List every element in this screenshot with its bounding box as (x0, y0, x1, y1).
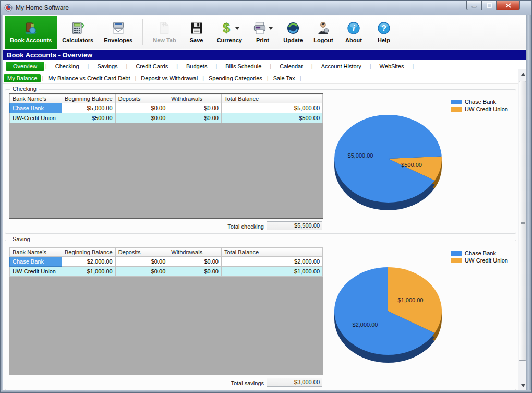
column-header[interactable]: Total Balance (221, 94, 322, 103)
table-row: UW-Credit Union$500.00$0.00$0.00$500.00 (10, 113, 323, 123)
subtab-sale-tax[interactable]: Sale Tax (270, 74, 299, 82)
title-bar[interactable]: My Home Software (1, 1, 532, 15)
column-header[interactable]: Withdrawals (168, 248, 222, 257)
about-button[interactable]: iAbout (338, 16, 369, 49)
column-header[interactable]: Bank Name's (10, 248, 62, 257)
column-header[interactable]: Total Balance (221, 248, 322, 257)
table-cell[interactable]: $0.00 (115, 113, 168, 123)
calculators-icon (70, 21, 85, 35)
currency-button[interactable]: $Currency (212, 16, 247, 49)
table-cell[interactable]: $0.00 (168, 267, 222, 277)
total-checking-value[interactable]: $5,500.00 (267, 221, 322, 230)
section-header: Book Accounts - Overview (3, 50, 530, 60)
tab-bills-schedule[interactable]: Bills Schedule (218, 62, 269, 71)
legend-item: UW-Credit Union (451, 106, 508, 112)
table-cell[interactable]: $1,000.00 (221, 267, 322, 277)
tab-budgets[interactable]: Budgets (179, 62, 214, 71)
legend-label: Chase Bank (465, 99, 496, 105)
currency-icon: $ (219, 21, 234, 35)
table-cell[interactable]: $5,000.00 (62, 103, 115, 113)
column-header[interactable]: Withdrawals (168, 94, 222, 103)
tab-separator: | (44, 63, 48, 69)
column-header[interactable]: Deposits (115, 94, 168, 103)
table-cell[interactable]: Chase Bank (10, 103, 62, 113)
app-window: My Home Software Book Accounts Calculato… (0, 0, 532, 393)
dropdown-arrow-icon[interactable] (269, 27, 273, 30)
tab-separator: | (125, 63, 129, 69)
table-cell[interactable]: $2,000.00 (221, 257, 322, 267)
table-cell[interactable]: Chase Bank (10, 257, 62, 267)
saving-table: Bank Name'sBeginning BalanceDepositsWith… (9, 247, 323, 375)
close-button[interactable] (497, 1, 520, 10)
tab-account-history[interactable]: Account History (314, 62, 369, 71)
save-button[interactable]: Save (182, 16, 212, 49)
checking-table: Bank Name'sBeginning BalanceDepositsWith… (9, 93, 323, 219)
legend-swatch-icon (451, 107, 462, 112)
tab-separator: | (175, 63, 179, 69)
saving-group-label: Saving (10, 236, 32, 242)
tab-checking[interactable]: Checking (48, 62, 87, 71)
print-button[interactable]: Print (247, 16, 278, 49)
total-checking-label: Total checking (188, 223, 264, 230)
toolbar-button-label: Book Accounts (10, 37, 52, 43)
column-header[interactable]: Beginning Balance (62, 94, 115, 103)
new-tab-button: New Tab (148, 16, 181, 49)
dropdown-arrow-icon[interactable] (235, 27, 239, 30)
scroll-up-button[interactable] (519, 70, 526, 78)
accounts-table: Bank Name'sBeginning BalanceDepositsWith… (9, 247, 323, 277)
logout-button[interactable]: Logout (308, 16, 338, 49)
tab-credit-cards[interactable]: Credit Cards (128, 62, 175, 71)
update-button[interactable]: Update (278, 16, 308, 49)
help-button[interactable]: ?Help (369, 16, 399, 49)
calculators-button[interactable]: Calculators (57, 16, 99, 49)
scrollbar-thumb[interactable] (519, 81, 526, 361)
accounts-table: Bank Name'sBeginning BalanceDepositsWith… (9, 94, 323, 123)
tab-savings[interactable]: Savings (90, 62, 125, 71)
total-savings-value[interactable]: $3,000.00 (267, 378, 322, 387)
tab-calendar[interactable]: Calendar (272, 62, 310, 71)
table-cell[interactable]: $500.00 (221, 113, 322, 123)
table-cell[interactable]: $5,000.00 (221, 103, 322, 113)
maximize-button[interactable] (481, 1, 497, 10)
scroll-up-icon (521, 73, 525, 76)
table-cell[interactable]: $0.00 (168, 257, 222, 267)
table-cell[interactable]: UW-Credit Union (10, 267, 62, 277)
column-header[interactable]: Bank Name's (10, 94, 62, 103)
table-cell[interactable]: $0.00 (115, 267, 168, 277)
legend-label: UW-Credit Union (465, 106, 508, 112)
table-cell[interactable]: $0.00 (168, 103, 222, 113)
pie-slice-label: $5,000.00 (348, 152, 373, 159)
table-row: UW-Credit Union$1,000.00$0.00$0.00$1,000… (10, 267, 323, 277)
table-cell[interactable]: $500.00 (62, 113, 115, 123)
column-header[interactable]: Deposits (115, 248, 168, 257)
scroll-down-button[interactable] (519, 382, 526, 389)
envelopes-button[interactable]: Envelopes (99, 16, 138, 49)
book-accounts-button[interactable]: Book Accounts (5, 16, 57, 49)
table-cell[interactable]: $0.00 (115, 257, 168, 267)
main-tab-bar: Overview|Checking|Savings|Credit Cards|B… (3, 60, 530, 73)
legend-swatch-icon (451, 251, 462, 256)
subtab-deposit-vs-withdrawal[interactable]: Deposit vs Withdrawal (137, 74, 201, 82)
pie-chart-svg (328, 242, 517, 388)
tab-overview[interactable]: Overview (6, 62, 44, 71)
table-cell[interactable]: UW-Credit Union (10, 113, 62, 123)
minimize-button[interactable] (466, 1, 481, 10)
column-header[interactable]: Beginning Balance (62, 248, 115, 257)
legend-label: UW-Credit Union (465, 257, 508, 264)
tab-websites[interactable]: WebSites (372, 62, 412, 71)
subtab-my-balance[interactable]: My Balance (4, 74, 41, 82)
subtab-my-balance-vs-credit-card-debt[interactable]: My Balance vs Credit Card Debt (44, 74, 134, 82)
window-controls (466, 1, 520, 10)
window-frame-right (526, 15, 531, 393)
table-cell[interactable]: $0.00 (115, 103, 168, 113)
subtab-spending-categories[interactable]: Spending Categories (205, 74, 266, 82)
table-cell[interactable]: $2,000.00 (62, 257, 115, 267)
scroll-down-icon (521, 384, 525, 387)
pie-slice-label: $1,000.00 (398, 297, 424, 303)
table-cell[interactable]: $1,000.00 (62, 267, 115, 277)
vertical-scrollbar[interactable] (518, 69, 527, 391)
svg-text:$: $ (223, 21, 230, 35)
new-tab-icon (157, 21, 172, 35)
table-cell[interactable]: $0.00 (168, 113, 222, 123)
section-title: Book Accounts - Overview (7, 51, 92, 59)
